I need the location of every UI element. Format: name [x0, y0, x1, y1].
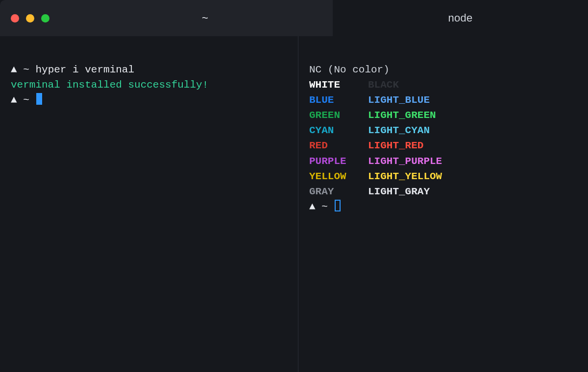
- cursor-icon: [36, 93, 42, 105]
- tab-left-label: ~: [202, 12, 208, 24]
- nc-header: NC (No color): [309, 64, 390, 75]
- tab-right[interactable]: node: [333, 0, 588, 36]
- color-name: BLACK: [368, 77, 399, 93]
- minimize-icon[interactable]: [26, 14, 34, 23]
- titlebar: ~ node: [0, 0, 588, 36]
- color-row: CYANLIGHT_CYAN: [309, 123, 577, 138]
- color-row: GRAYLIGHT_GRAY: [309, 184, 577, 199]
- color-name: LIGHT_GRAY: [368, 184, 430, 199]
- color-row: REDLIGHT_RED: [309, 138, 577, 153]
- color-row: PURPLELIGHT_PURPLE: [309, 154, 577, 169]
- color-name: PURPLE: [309, 154, 368, 169]
- cursor-icon: [335, 200, 341, 211]
- command-text: hyper i verminal: [35, 64, 134, 75]
- color-row: BLUELIGHT_BLUE: [309, 93, 577, 108]
- split-panes: ▲ ~ hyper i verminal verminal installed …: [0, 36, 588, 372]
- tab-left[interactable]: ~: [77, 0, 333, 36]
- color-row: YELLOWLIGHT_YELLOW: [309, 169, 577, 184]
- color-name: YELLOW: [309, 169, 368, 184]
- color-name: LIGHT_RED: [368, 138, 423, 153]
- color-table: WHITEBLACKBLUELIGHT_BLUEGREENLIGHT_GREEN…: [309, 77, 577, 199]
- tab-right-label: node: [448, 12, 472, 24]
- terminal-pane-right[interactable]: NC (No color) WHITEBLACKBLUELIGHT_BLUEGR…: [298, 36, 588, 372]
- success-message: verminal installed successfully!: [11, 79, 208, 91]
- zoom-icon[interactable]: [41, 14, 49, 23]
- color-name: RED: [309, 138, 368, 153]
- color-name: LIGHT_CYAN: [368, 123, 430, 138]
- color-row: WHITEBLACK: [309, 77, 577, 93]
- color-name: GREEN: [309, 108, 368, 123]
- color-name: LIGHT_PURPLE: [368, 154, 442, 169]
- color-name: WHITE: [309, 77, 368, 93]
- color-name: GRAY: [309, 184, 368, 199]
- close-icon[interactable]: [11, 14, 19, 23]
- prompt-glyph: ▲ ~: [309, 201, 334, 212]
- tab-bar: ~ node: [77, 0, 588, 36]
- color-name: BLUE: [309, 93, 368, 108]
- prompt-glyph: ▲ ~: [11, 94, 35, 106]
- color-name: LIGHT_GREEN: [368, 108, 436, 123]
- window-controls: [0, 0, 77, 36]
- color-name: LIGHT_BLUE: [368, 93, 430, 108]
- color-name: LIGHT_YELLOW: [368, 169, 442, 184]
- terminal-pane-left[interactable]: ▲ ~ hyper i verminal verminal installed …: [0, 36, 298, 372]
- prompt-glyph: ▲ ~: [11, 64, 35, 75]
- color-row: GREENLIGHT_GREEN: [309, 108, 577, 123]
- color-name: CYAN: [309, 123, 368, 138]
